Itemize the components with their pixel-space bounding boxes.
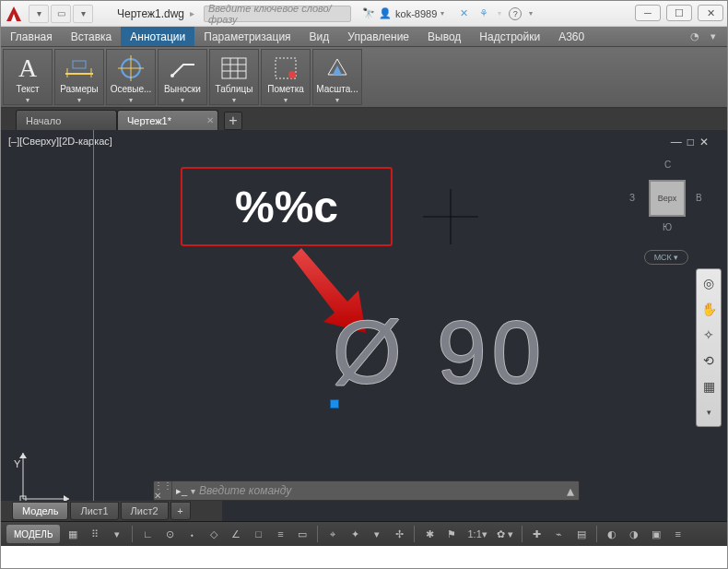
add-layout-button[interactable]: + [170,502,191,520]
transparency-icon[interactable]: ▭ [293,525,311,543]
viewport-maximize-icon[interactable]: □ [687,136,694,148]
command-history-icon[interactable]: ▴ [562,482,579,500]
snap-toggle-icon[interactable]: ⠿ [86,525,104,543]
menu-tab-addins[interactable]: Надстройки [470,27,549,46]
scale-icon [325,53,349,83]
user-block[interactable]: 🔭 👤 kok-8989 ▾ [362,7,444,20]
annotation-monitor-icon[interactable]: ✚ [528,525,546,543]
isolate-objects-icon[interactable]: ◑ [625,525,643,543]
menu-tab-home[interactable]: Главная [1,27,62,46]
menu-tab-insert[interactable]: Вставка [62,27,122,46]
annoscale-button[interactable]: 1:1 ▾ [464,525,489,543]
text-grip[interactable] [330,399,339,409]
binoculars-icon: 🔭 [362,7,375,20]
infocenter-icon[interactable]: ▾ [108,525,126,543]
steering-wheel-icon[interactable]: ◎ [699,273,719,293]
autoscale-icon[interactable]: ⚑ [442,525,461,543]
3dosnap-icon[interactable]: ∠ [227,525,245,543]
username-label: kok-8989 [395,8,437,19]
cmdline-handle-icon[interactable]: ⋮⋮ ✕ [154,481,172,500]
viewcube-face[interactable]: Верх [649,180,686,217]
svg-rect-5 [73,61,86,68]
grid-toggle-icon[interactable]: ▦ [64,525,82,543]
customization-icon[interactable]: ≡ [669,525,687,543]
drawing-canvas[interactable]: [–][Сверху][2D-каркас] — □ ✕ %%c Ø 90 Y … [1,130,727,521]
layout-tab-model[interactable]: Модель [12,502,68,520]
featured-apps-icon[interactable]: ◔ [688,30,701,43]
units-icon[interactable]: ⌁ [550,525,569,543]
showmotion-icon[interactable]: ▦ [699,376,719,397]
file-tab-start[interactable]: Начало [16,110,117,130]
orbit-icon[interactable]: ⟲ [699,350,719,371]
pan-icon[interactable]: ✋ [699,299,719,319]
selection-filter-icon[interactable]: ▾ [368,525,386,543]
panel-leaders[interactable]: Выноски ▾ [158,49,207,105]
new-icon[interactable]: ▾ [29,5,49,23]
svg-marker-18 [333,65,342,75]
help-icon[interactable]: ? [509,7,522,20]
view-cube[interactable]: С Ю З В Верх МСК ▾ [626,154,709,265]
menu-tab-manage[interactable]: Управление [338,27,418,46]
document-title: Чертеж1.dwg [117,7,184,20]
polar-icon[interactable]: ⊙ [160,525,179,543]
navigation-bar: ◎ ✋ ✧ ⟲ ▦ ▾ [696,268,722,427]
svg-rect-10 [222,58,246,78]
command-input[interactable]: Введите команду [195,484,562,497]
layout-tab-sheet2[interactable]: Лист2 [121,502,169,520]
layout-tab-sheet1[interactable]: Лист1 [70,502,118,520]
viewport-close-icon[interactable]: ✕ [699,136,709,148]
workspace-icon[interactable]: ✿ ▾ [494,525,516,543]
gizmo-icon[interactable]: ✢ [390,525,408,543]
menu-tab-output[interactable]: Вывод [418,27,470,46]
menu-tab-view[interactable]: Вид [300,27,339,46]
selection-cycling-icon[interactable]: ⌖ [323,525,342,543]
panel-scale[interactable]: Масшта... ▾ [312,49,362,105]
ortho-icon[interactable]: ∟ [138,525,157,543]
isodraft-icon[interactable]: ⬩ [182,525,201,543]
menu-tab-parametric[interactable]: Параметризация [194,27,299,46]
quick-properties-icon[interactable]: ▤ [572,525,591,543]
close-icon[interactable]: ✕ [206,115,214,125]
osnap-icon[interactable]: ◇ [205,525,223,543]
dimension-icon [64,53,95,83]
share-icon[interactable]: ⚘ [477,7,490,20]
file-tab-drawing1[interactable]: Чертеж1*✕ [117,110,218,130]
view-label[interactable]: [–][Сверху][2D-каркас] [8,136,112,147]
ribbon-collapse-icon[interactable]: ▾ [707,30,720,43]
otrack-icon[interactable]: □ [249,525,267,543]
close-window-button[interactable]: ✕ [698,5,723,21]
title-bar: ▾ ▭ ▾ Чертеж1.dwg ▸ Введите ключевое сло… [1,1,727,27]
clean-screen-icon[interactable]: ▣ [647,525,665,543]
qat-dropdown-icon[interactable]: ▾ [73,5,93,23]
menu-tab-a360[interactable]: A360 [549,27,593,46]
exchange-icon[interactable]: ✕ [457,7,470,20]
annotation-visibility-icon[interactable]: ✱ [420,525,439,543]
panel-markup[interactable]: Пометка ▾ [261,49,311,105]
app-logo-icon[interactable] [5,5,23,23]
zoom-extents-icon[interactable]: ✧ [699,325,719,345]
new-tab-button[interactable]: + [224,112,242,130]
diameter-text[interactable]: Ø 90 [333,302,546,403]
viewport-minimize-icon[interactable]: — [671,136,682,148]
search-input[interactable]: Введите ключевое слово/фразу [204,6,351,22]
lineweight-icon[interactable]: ≡ [271,525,289,543]
command-line[interactable]: ⋮⋮ ✕ ▸_ ▾ Введите команду ▴ [153,480,580,501]
chevron-down-icon: ▾ [129,96,133,104]
svg-point-9 [170,74,174,77]
cursor-crosshair-icon [423,189,478,244]
panel-text[interactable]: A Текст ▾ [3,49,53,105]
navbar-collapse-icon[interactable]: ▾ [699,402,719,422]
panel-dimensions[interactable]: Размеры ▾ [54,49,104,105]
maximize-window-button[interactable]: ☐ [666,5,692,21]
menu-tab-annotations[interactable]: Аннотации [121,27,194,46]
dynamic-ucs-icon[interactable]: ✦ [346,525,364,543]
panel-tables[interactable]: Таблицы ▾ [209,49,259,105]
hardware-accel-icon[interactable]: ◐ [603,525,621,543]
svg-point-16 [288,71,296,78]
open-icon[interactable]: ▭ [51,5,71,23]
wcs-dropdown[interactable]: МСК ▾ [644,250,688,265]
annotation-code-callout: %%c [181,167,393,246]
minimize-window-button[interactable]: ─ [635,5,661,21]
panel-centerlines[interactable]: Осевые... ▾ [106,49,156,105]
modelspace-button[interactable]: МОДЕЛЬ [6,525,60,543]
